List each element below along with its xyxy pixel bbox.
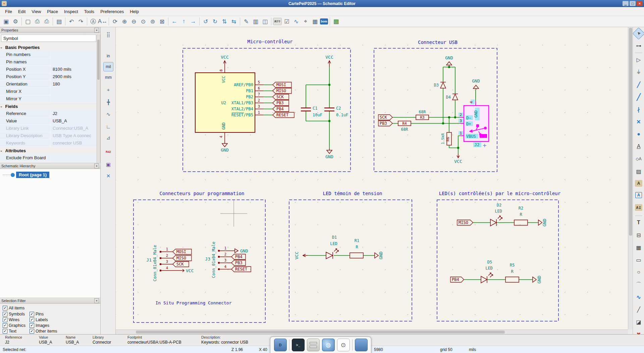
net-label[interactable]: MOSI [276,82,286,87]
hierarchy-close-icon[interactable]: ✕ [94,164,99,168]
checkbox-icon[interactable]: ✓ [3,306,7,310]
junction-icon[interactable]: ● [634,130,643,138]
power-label-gnd[interactable]: GND [240,248,248,253]
power-label-gnd[interactable]: GND [542,219,547,227]
net-label[interactable]: MOSI [176,249,186,254]
find-icon[interactable]: Ⓐ [89,17,98,26]
net-label[interactable]: PB3 [380,121,387,126]
connector-value[interactable]: Conn_01x04_Male [153,245,157,281]
circle-icon[interactable]: ○ [634,268,643,277]
place-power-port-icon[interactable]: ⏚ [634,68,643,76]
resistor-reference[interactable]: R1 [355,238,359,243]
open-pcb-editor-icon[interactable]: ▩ [332,17,340,26]
nav-up-icon[interactable]: ↑ [179,17,188,26]
mcu-reference[interactable]: U2 [221,101,226,105]
nav-back-icon[interactable]: ← [170,17,179,26]
prop-value[interactable] [50,95,97,103]
undo-icon[interactable]: ↶ [67,17,76,26]
filter-symbols[interactable]: ✓Symbols [3,312,25,316]
simulator-icon[interactable]: ∿ [292,17,301,26]
prop-row[interactable]: ReferenceJ2 [0,110,97,117]
web-browser-icon[interactable]: ◍ [322,339,335,351]
filter-graphics[interactable]: ✓Graphics [3,323,25,328]
terminal-icon[interactable]: >_ [292,339,305,351]
power-label-gnd[interactable]: GND [472,78,480,83]
menu-file[interactable]: File [2,8,15,15]
led-mcu-circuit-2[interactable]: PB4 D5 LED R5 R GND [450,260,542,284]
any-angle-wires-icon[interactable]: ⊿ [103,133,113,142]
prop-row[interactable]: ValueUSB_A [0,117,97,125]
section-box-led-ind[interactable] [289,200,412,321]
save-icon[interactable]: ▣ [2,17,10,26]
section-title-prog[interactable]: Connecteurs pour programmation [160,191,245,196]
resistor-value[interactable]: 68R [401,127,408,132]
scrollbar-thumb[interactable] [136,331,505,334]
checkbox-icon[interactable]: ✓ [3,312,7,316]
net-class-directive-icon[interactable]: ◇A [634,155,643,163]
mirror-vertical-icon[interactable]: ⇅ [220,17,229,26]
filter-all-items[interactable]: ✓All items [3,306,24,310]
prop-row[interactable]: Pin numbers [0,51,97,58]
menu-help[interactable]: Help [127,8,142,15]
prog-connectors[interactable]: J1 Conn_01x04_Male 1 2 3 4 MOSI MISO SCK… [146,200,251,305]
highlight-net-icon[interactable]: ⊶ [634,41,643,50]
group-fields[interactable]: ⌄Fields [0,103,97,110]
power-label-gnd[interactable]: GND [221,148,229,153]
line-icon[interactable]: ╱ [634,305,643,314]
properties-pane-header[interactable]: Properties ✕ [0,27,100,33]
connector-value[interactable]: Conn_01x04_Male [211,242,216,278]
zoom-in-icon[interactable]: ⊕ [120,17,129,26]
net-label[interactable]: PB4 [235,254,243,259]
sheet-pin-icon[interactable]: A↧ [635,204,642,211]
text-box-icon[interactable]: ⊟ [634,231,643,239]
properties-close-tool-icon[interactable]: ✕ [103,171,113,181]
mcu-net-labels[interactable]: MOSI MISO SCK PB3 PB4 RESET [273,82,294,118]
power-label-gnd[interactable]: GND [445,55,453,60]
filter-images[interactable]: ✓Images [30,323,49,328]
checkbox-icon[interactable]: ✓ [3,323,7,328]
net-label[interactable]: SCK [380,115,387,120]
cap-reference[interactable]: C2 [336,106,341,111]
hierarchy-root-item[interactable]: Root (page 1) [3,172,49,178]
canvas-horizontal-scrollbar[interactable] [116,330,628,334]
zoom-fit-icon[interactable]: ⊙ [139,17,148,26]
filter-text[interactable]: ✓Text [3,329,16,334]
probe-icon[interactable]: ⌖ [301,17,310,26]
find-replace-icon[interactable]: A↔ [98,17,107,26]
power-label-vcc[interactable]: VCC [221,55,228,60]
power-label-vcc[interactable]: VCC [186,268,194,273]
filter-other-items[interactable]: ✓Other items [30,329,57,334]
annotate-refs-icon[interactable]: R42 [103,147,113,157]
net-label[interactable]: SCK [276,95,284,99]
schematic-canvas[interactable]: Micro-contrôleur Connecteur USB Connecte… [116,27,628,330]
checkbox-icon[interactable]: ✓ [30,317,34,322]
net-label[interactable]: PB4 [452,277,459,282]
checkbox-icon[interactable]: ✓ [30,312,34,316]
menu-view[interactable]: View [29,8,44,15]
checkbox-icon[interactable]: ✓ [3,317,7,322]
prop-row[interactable]: Position X8100 mils [0,66,97,73]
hierarchical-label-icon[interactable]: A [635,192,642,198]
led-value[interactable]: LED [485,266,493,271]
rule-area-icon[interactable]: ▨ [634,167,643,176]
drive-folder-icon[interactable]: D [274,339,287,351]
filter-pins[interactable]: ✓Pins [30,312,44,316]
edit-symbol-icon[interactable]: ✎ [242,17,251,26]
net-label[interactable]: PB3 [235,260,243,265]
scrollbar-thumb[interactable] [629,28,632,236]
full-crosshair-icon[interactable]: ╋ [103,98,113,107]
mirror-horizontal-icon[interactable]: ⇆ [229,17,238,26]
edit-fields-table-icon[interactable]: ▦ [311,17,319,26]
hv-wires-icon[interactable]: ∟ [103,122,113,131]
section-title-led-ind[interactable]: LED témoin de tension [323,191,382,196]
close-button[interactable]: ✕ [637,1,643,6]
mcu-wires[interactable] [263,85,273,115]
schematic-drawing[interactable]: Micro-contrôleur Connecteur USB Connecte… [116,27,628,330]
prop-value[interactable]: 180 [50,80,97,88]
global-label-icon[interactable]: A [635,180,642,187]
mcu-symbol[interactable]: VCC GND 8 4 VCC GND U2 AREF/PB0 PB1 PB2 … [195,55,263,153]
group-attributes[interactable]: ⌄Attributes [0,147,97,154]
net-label[interactable]: MISO [276,89,286,93]
file-manager-icon[interactable] [355,339,368,351]
led-mcu-circuit-1[interactable]: MISO D2 LED R2 R GND [457,203,547,227]
